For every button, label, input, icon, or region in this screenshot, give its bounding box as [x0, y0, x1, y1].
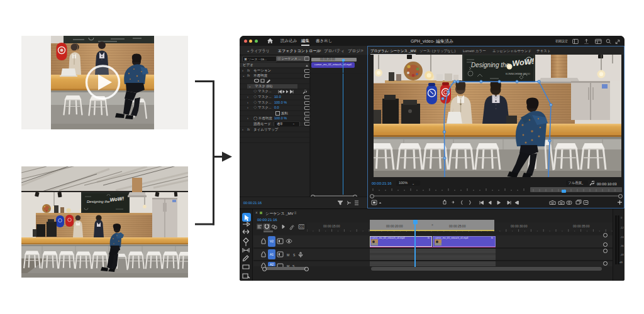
svg-text:CC: CC	[299, 225, 304, 229]
svg-text:Designing the: Designing the	[87, 200, 110, 203]
svg-text:M: M	[287, 253, 289, 257]
svg-text:S: S	[293, 253, 296, 257]
svg-text:KONNICHIWA GROO: KONNICHIWA GROO	[506, 72, 530, 75]
svg-text:Designing the: Designing the	[471, 62, 510, 68]
